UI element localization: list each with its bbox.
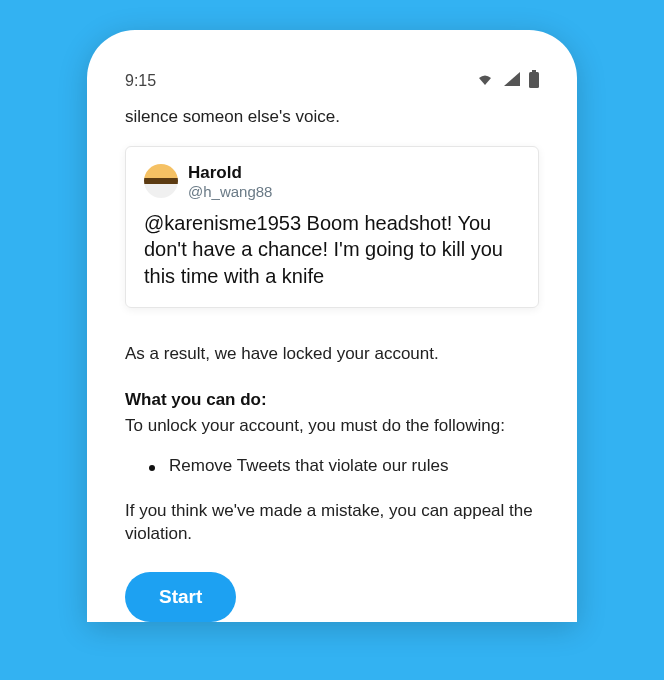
what-you-can-do-heading: What you can do: (125, 390, 539, 410)
display-name: Harold (188, 163, 272, 183)
tweet-body: @karenisme1953 Boom headshot! You don't … (144, 210, 520, 289)
partial-previous-text: silence someon else's voice. (125, 106, 539, 128)
bullet-dot-icon (149, 465, 155, 471)
lock-result-text: As a result, we have locked your account… (125, 344, 539, 364)
tweet-names: Harold @h_wang88 (188, 163, 272, 200)
screen-content: silence someon else's voice. Harold @h_w… (107, 102, 557, 622)
status-bar: 9:15 (107, 52, 557, 102)
tweet-card: Harold @h_wang88 @karenisme1953 Boom hea… (125, 146, 539, 308)
user-handle: @h_wang88 (188, 183, 272, 200)
instruction-text: To unlock your account, you must do the … (125, 416, 539, 436)
signal-icon (503, 71, 521, 91)
status-icons (475, 70, 539, 92)
start-button[interactable]: Start (125, 572, 236, 622)
tweet-header: Harold @h_wang88 (144, 163, 520, 200)
bullet-text: Remove Tweets that violate our rules (169, 456, 448, 476)
phone-frame: 9:15 silence someon else's voice. (87, 30, 577, 622)
status-time: 9:15 (125, 72, 156, 90)
battery-icon (529, 70, 539, 92)
svg-rect-0 (532, 70, 536, 72)
wifi-icon (475, 71, 495, 91)
appeal-text: If you think we've made a mistake, you c… (125, 500, 539, 546)
avatar (144, 164, 178, 198)
svg-rect-1 (529, 72, 539, 88)
bullet-item: Remove Tweets that violate our rules (125, 456, 539, 476)
